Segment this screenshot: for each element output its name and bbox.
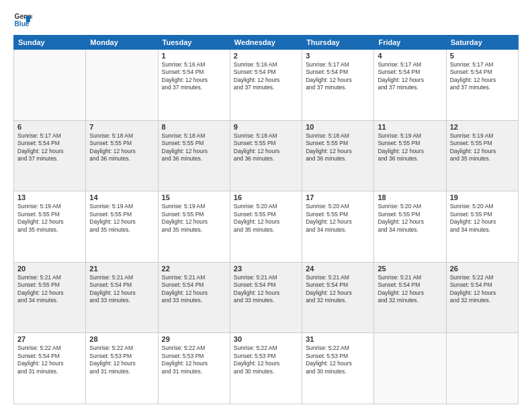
calendar-day-cell: 29Sunrise: 5:22 AMSunset: 5:53 PMDayligh… [158, 333, 230, 404]
day-number: 22 [162, 265, 226, 273]
cell-text-line: Daylight: 12 hours [162, 218, 226, 226]
cell-text-line: Sunrise: 5:21 AM [378, 274, 442, 281]
calendar-day-cell: 21Sunrise: 5:21 AMSunset: 5:54 PMDayligh… [86, 262, 158, 333]
cell-text-line: and 37 minutes. [234, 84, 298, 91]
cell-text-line: Sunset: 5:55 PM [450, 140, 515, 147]
day-number: 29 [162, 335, 226, 343]
cell-text-line: and 30 minutes. [306, 368, 370, 375]
calendar-day-cell: 25Sunrise: 5:21 AMSunset: 5:54 PMDayligh… [374, 262, 446, 333]
cell-text-line: Sunrise: 5:21 AM [17, 274, 82, 281]
day-number: 19 [450, 193, 515, 201]
day-number: 26 [450, 265, 515, 273]
cell-text-line: and 35 minutes. [162, 226, 226, 234]
calendar-day-cell [374, 333, 446, 404]
cell-text-line: Sunset: 5:54 PM [17, 353, 82, 360]
cell-text-line: Sunrise: 5:22 AM [234, 345, 298, 352]
cell-text-line: and 37 minutes. [306, 84, 370, 91]
cell-text-line: Sunset: 5:54 PM [450, 68, 515, 76]
cell-text-line: and 33 minutes. [162, 297, 226, 304]
day-number: 6 [17, 123, 82, 131]
calendar-week-row: 13Sunrise: 5:19 AMSunset: 5:55 PMDayligh… [14, 191, 519, 263]
cell-text-line: and 37 minutes. [450, 84, 515, 91]
calendar-day-cell: 20Sunrise: 5:21 AMSunset: 5:55 PMDayligh… [14, 262, 86, 333]
day-number: 17 [306, 193, 370, 201]
calendar-day-cell: 8Sunrise: 5:18 AMSunset: 5:55 PMDaylight… [158, 120, 230, 191]
logo: General Blue [13, 11, 32, 30]
cell-text-line: Sunrise: 5:17 AM [306, 61, 370, 68]
cell-text-line: Sunrise: 5:19 AM [378, 132, 442, 140]
calendar-day-cell: 11Sunrise: 5:19 AMSunset: 5:55 PMDayligh… [374, 120, 446, 191]
cell-text-line: Sunset: 5:55 PM [378, 211, 442, 218]
cell-text-line: and 37 minutes. [378, 84, 442, 91]
cell-text-line: Sunset: 5:55 PM [234, 211, 298, 218]
day-number: 18 [378, 193, 442, 201]
cell-text-line: Daylight: 12 hours [378, 77, 442, 84]
calendar-day-cell: 12Sunrise: 5:19 AMSunset: 5:55 PMDayligh… [446, 120, 518, 191]
cell-text-line: Sunset: 5:55 PM [89, 211, 154, 218]
logo-icon: General Blue [13, 11, 32, 30]
calendar-day-cell: 10Sunrise: 5:18 AMSunset: 5:55 PMDayligh… [302, 120, 374, 191]
cell-text-line: Sunrise: 5:20 AM [378, 203, 442, 210]
cell-text-line: Daylight: 12 hours [234, 289, 298, 297]
cell-text-line: Sunset: 5:55 PM [306, 140, 370, 147]
cell-text-line: and 36 minutes. [234, 155, 298, 163]
weekday-header-tuesday: Tuesday [158, 36, 230, 50]
cell-text-line: Daylight: 12 hours [17, 360, 82, 367]
day-number: 21 [89, 265, 154, 273]
calendar-day-cell: 19Sunrise: 5:20 AMSunset: 5:55 PMDayligh… [446, 191, 518, 263]
cell-text-line: Daylight: 12 hours [89, 148, 154, 155]
cell-text-line: Sunset: 5:55 PM [162, 140, 226, 147]
cell-text-line: Daylight: 12 hours [450, 218, 515, 226]
cell-text-line: Sunset: 5:53 PM [234, 353, 298, 360]
calendar-day-cell [14, 50, 86, 121]
cell-text-line: Sunrise: 5:17 AM [450, 61, 515, 68]
cell-text-line: Sunset: 5:54 PM [450, 281, 515, 289]
weekday-header-saturday: Saturday [446, 36, 518, 50]
calendar-day-cell: 17Sunrise: 5:20 AMSunset: 5:55 PMDayligh… [302, 191, 374, 263]
cell-text-line: Sunset: 5:55 PM [306, 211, 370, 218]
cell-text-line: Daylight: 12 hours [306, 360, 370, 367]
cell-text-line: and 36 minutes. [306, 155, 370, 163]
calendar-day-cell: 2Sunrise: 5:16 AMSunset: 5:54 PMDaylight… [230, 50, 302, 121]
cell-text-line: Sunrise: 5:21 AM [234, 274, 298, 281]
day-number: 14 [89, 193, 154, 201]
calendar-day-cell: 28Sunrise: 5:22 AMSunset: 5:53 PMDayligh… [86, 333, 158, 404]
cell-text-line: and 35 minutes. [234, 226, 298, 234]
weekday-header-monday: Monday [86, 36, 158, 50]
calendar-week-row: 1Sunrise: 5:16 AMSunset: 5:54 PMDaylight… [14, 50, 519, 121]
cell-text-line: Sunset: 5:54 PM [162, 68, 226, 76]
cell-text-line: Sunrise: 5:22 AM [306, 345, 370, 352]
weekday-header-friday: Friday [374, 36, 446, 50]
calendar-day-cell: 6Sunrise: 5:17 AMSunset: 5:54 PMDaylight… [14, 120, 86, 191]
cell-text-line: Daylight: 12 hours [378, 148, 442, 155]
cell-text-line: Sunrise: 5:19 AM [89, 203, 154, 210]
day-number: 16 [234, 193, 298, 201]
calendar-day-cell: 15Sunrise: 5:19 AMSunset: 5:55 PMDayligh… [158, 191, 230, 263]
calendar-week-row: 27Sunrise: 5:22 AMSunset: 5:54 PMDayligh… [14, 333, 519, 404]
day-number: 28 [89, 335, 154, 343]
cell-text-line: Sunset: 5:53 PM [162, 353, 226, 360]
cell-text-line: Sunset: 5:55 PM [17, 281, 82, 289]
cell-text-line: Sunrise: 5:17 AM [378, 61, 442, 68]
cell-text-line: Daylight: 12 hours [162, 360, 226, 367]
weekday-header-thursday: Thursday [302, 36, 374, 50]
cell-text-line: Daylight: 12 hours [450, 148, 515, 155]
cell-text-line: Sunrise: 5:16 AM [234, 61, 298, 68]
calendar-day-cell: 24Sunrise: 5:21 AMSunset: 5:54 PMDayligh… [302, 262, 374, 333]
cell-text-line: Sunset: 5:54 PM [234, 68, 298, 76]
cell-text-line: Sunrise: 5:22 AM [17, 345, 82, 352]
cell-text-line: and 37 minutes. [162, 84, 226, 91]
calendar-day-cell: 7Sunrise: 5:18 AMSunset: 5:55 PMDaylight… [86, 120, 158, 191]
day-number: 4 [378, 52, 442, 60]
calendar-day-cell: 1Sunrise: 5:16 AMSunset: 5:54 PMDaylight… [158, 50, 230, 121]
cell-text-line: Daylight: 12 hours [234, 148, 298, 155]
cell-text-line: Daylight: 12 hours [234, 218, 298, 226]
calendar-day-cell: 18Sunrise: 5:20 AMSunset: 5:55 PMDayligh… [374, 191, 446, 263]
cell-text-line: and 32 minutes. [450, 297, 515, 304]
cell-text-line: Daylight: 12 hours [306, 218, 370, 226]
cell-text-line: Daylight: 12 hours [234, 77, 298, 84]
cell-text-line: Sunrise: 5:18 AM [89, 132, 154, 140]
day-number: 13 [17, 193, 82, 201]
day-number: 30 [234, 335, 298, 343]
cell-text-line: and 33 minutes. [234, 297, 298, 304]
